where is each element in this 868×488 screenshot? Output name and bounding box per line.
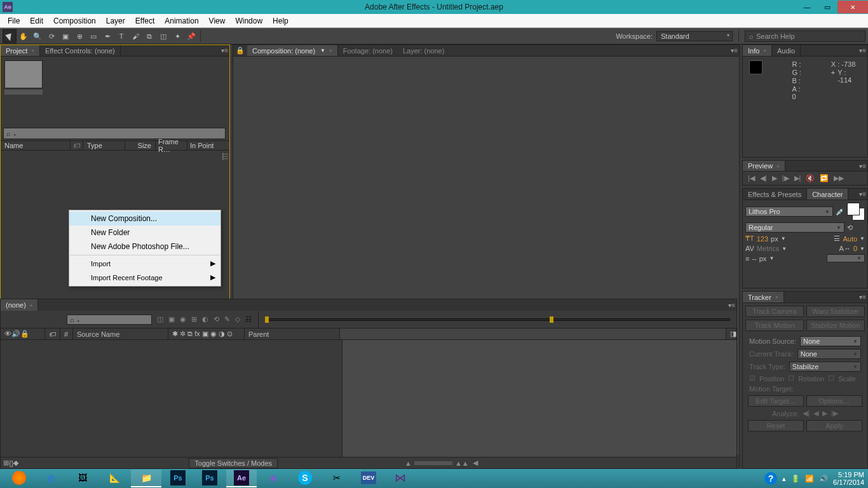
selection-tool[interactable] (3, 29, 17, 43)
battery-icon[interactable]: 🔋 (791, 475, 800, 483)
col-inpoint[interactable]: In Point (187, 141, 229, 150)
warp-stabilizer-button[interactable]: Warp Stabilizer (806, 306, 865, 317)
swap-colors-icon[interactable]: ⟲ (847, 224, 865, 232)
prev-frame-button[interactable]: ◀| (760, 174, 767, 182)
loop-button[interactable]: 🔁 (820, 174, 829, 182)
menu-window[interactable]: Window (230, 14, 268, 27)
clock-time[interactable]: 5:19 PM (833, 471, 864, 478)
taskbar-firefox[interactable] (4, 470, 34, 487)
timeline-layer-list[interactable] (1, 340, 342, 457)
taskbar-snipping-tool[interactable]: ✂ (322, 470, 352, 487)
timeline-graph-area[interactable] (342, 340, 736, 457)
clone-tool[interactable]: ⧉ (142, 29, 156, 43)
pan-behind-tool[interactable]: ⊕ (72, 29, 86, 43)
pen-tool[interactable]: ✒ (100, 29, 114, 43)
ctx-new-photoshop-file[interactable]: New Adobe Photoshop File... (69, 240, 220, 254)
parent-col[interactable]: Parent (245, 329, 340, 339)
taskbar-explorer[interactable]: 📁 (131, 470, 161, 487)
work-area-end[interactable] (550, 316, 553, 323)
scale-checkbox[interactable]: ☐ (828, 374, 834, 383)
zoom-out-icon[interactable]: ▲ (405, 459, 412, 467)
close-icon[interactable]: × (329, 48, 332, 53)
reset-button[interactable]: Reset (748, 420, 804, 431)
comp-marker-icon[interactable]: ◨ (726, 329, 736, 339)
track-type-dropdown[interactable]: Stabilize▼ (789, 362, 861, 372)
track-motion-button[interactable]: Track Motion (745, 320, 804, 331)
col-framerate[interactable]: Frame R… (156, 141, 187, 150)
panel-menu-icon[interactable]: ▾≡ (731, 47, 738, 54)
ctx-new-composition[interactable]: New Composition... (69, 212, 220, 226)
timeline-search-input[interactable]: ⌕ ▾ (67, 315, 152, 325)
label-col[interactable]: 🏷 (45, 329, 60, 339)
wifi-icon[interactable]: 📶 (805, 475, 814, 483)
menu-file[interactable]: File (3, 14, 25, 27)
tab-effects-presets[interactable]: Effects & Presets (743, 189, 807, 200)
menu-view[interactable]: View (204, 14, 231, 27)
taskbar-photoshop-2[interactable]: Ps (194, 470, 225, 487)
menu-layer[interactable]: Layer (101, 14, 130, 27)
menu-animation[interactable]: Animation (159, 14, 203, 27)
clock-date[interactable]: 6/17/2014 (833, 478, 864, 486)
ctx-import-recent[interactable]: Import Recent Footage▶ (69, 271, 220, 285)
hand-tool[interactable]: ✋ (17, 29, 31, 43)
rotation-checkbox[interactable]: ☐ (788, 374, 794, 383)
tab-tracker[interactable]: Tracker× (743, 292, 784, 302)
track-camera-button[interactable]: Track Camera (745, 306, 804, 317)
kerning-value[interactable]: Metrics (757, 245, 779, 252)
tab-footage[interactable]: Footage: (none) (338, 45, 398, 56)
puppet-tool[interactable]: 📌 (184, 29, 198, 43)
maximize-button[interactable] (817, 1, 837, 13)
first-frame-button[interactable]: |◀ (748, 174, 755, 182)
close-button[interactable] (837, 1, 868, 13)
stabilize-motion-button[interactable]: Stabilize Motion (806, 320, 865, 331)
menu-edit[interactable]: Edit (25, 14, 48, 27)
options-button[interactable]: Options… (806, 395, 862, 407)
tl-foot-icon-2[interactable]: {} (9, 459, 13, 467)
stroke-width-value[interactable]: -- (752, 255, 756, 262)
tl-tool-6[interactable]: ⟲ (214, 315, 219, 323)
tab-character[interactable]: Character (807, 189, 848, 200)
help-icon[interactable]: ? (764, 472, 777, 485)
tab-effect-controls[interactable]: Effect Controls: (none) (40, 45, 121, 56)
taskbar-skype[interactable]: S (290, 470, 320, 487)
tl-tool-9[interactable]: ☷ (245, 315, 252, 323)
panel-menu-icon[interactable]: ▾≡ (859, 191, 866, 198)
tab-preview[interactable]: Preview× (743, 161, 785, 171)
roto-tool[interactable]: ✦ (170, 29, 184, 43)
taskbar-ie[interactable]: e (36, 470, 66, 487)
analyze-fwd[interactable]: ▶ (822, 409, 827, 417)
tl-tool-3[interactable]: ◉ (180, 315, 186, 323)
work-area-start[interactable] (265, 316, 269, 323)
zoom-tool[interactable]: 🔍 (31, 29, 44, 43)
eyedropper-icon[interactable]: 💉 (836, 208, 844, 216)
project-search-input[interactable]: ⌕ ▾ (3, 128, 226, 139)
tab-project[interactable]: Project× (1, 45, 40, 56)
taskbar-app-1[interactable]: 🖼 (67, 470, 98, 487)
av-toggles[interactable]: 👁🔊🔒 (1, 329, 45, 339)
col-type[interactable]: Type (83, 141, 125, 150)
col-size[interactable]: Size (125, 141, 156, 150)
brush-tool[interactable]: 🖌 (128, 29, 142, 43)
eraser-tool[interactable]: ◫ (156, 29, 170, 43)
num-col[interactable]: # (60, 329, 73, 339)
workspace-dropdown[interactable]: Standard (656, 31, 733, 41)
edit-target-button[interactable]: Edit Target… (748, 395, 804, 407)
zoom-in-icon[interactable]: ▲▲ (455, 459, 469, 467)
search-help-input[interactable]: ⌕ Search Help (745, 30, 865, 42)
current-track-dropdown[interactable]: None▼ (797, 349, 861, 359)
tl-tool-1[interactable]: ◫ (157, 315, 163, 323)
analyze-back-all[interactable]: ◀| (803, 409, 810, 417)
source-name-col[interactable]: Source Name (73, 329, 168, 339)
tl-tool-7[interactable]: ✎ (224, 315, 230, 323)
tab-composition[interactable]: Composition: (none)▼× (247, 45, 338, 56)
taskbar-matlab[interactable]: 📐 (99, 470, 130, 487)
ctx-new-folder[interactable]: New Folder (69, 226, 220, 240)
font-style-dropdown[interactable]: Regular▼ (745, 222, 844, 233)
mute-button[interactable]: 🔇 (806, 174, 815, 182)
fill-color[interactable] (847, 203, 860, 215)
tab-timeline[interactable]: (none)× (1, 299, 38, 311)
apply-button[interactable]: Apply (806, 420, 862, 431)
panel-menu-icon[interactable]: ▾≡ (221, 47, 228, 54)
next-frame-button[interactable]: |▶ (782, 174, 789, 182)
tl-tool-2[interactable]: ▣ (168, 315, 175, 323)
